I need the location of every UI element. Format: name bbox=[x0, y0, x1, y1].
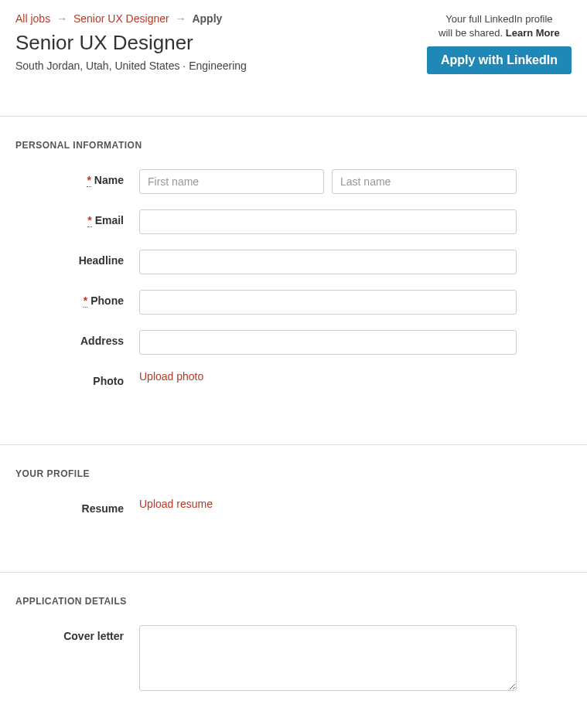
apply-linkedin-button[interactable]: Apply with LinkedIn bbox=[427, 46, 572, 74]
email-row: *Email bbox=[15, 209, 572, 234]
breadcrumb-current: Apply bbox=[192, 12, 222, 25]
breadcrumb-arrow-icon: → bbox=[176, 12, 186, 25]
breadcrumb-all-jobs[interactable]: All jobs bbox=[15, 12, 50, 25]
first-name-input[interactable] bbox=[139, 169, 324, 194]
phone-row: *Phone bbox=[15, 290, 572, 315]
name-row: *Name bbox=[15, 169, 572, 194]
linkedin-note-line1: Your full LinkedIn profile bbox=[445, 13, 552, 25]
header-container: All jobs → Senior UX Designer → Apply Se… bbox=[0, 0, 587, 97]
address-label: Address bbox=[15, 330, 139, 347]
photo-label: Photo bbox=[15, 370, 139, 387]
phone-input[interactable] bbox=[139, 290, 517, 315]
cover-letter-row: Cover letter bbox=[15, 625, 572, 691]
job-meta: South Jordan, Utah, United States · Engi… bbox=[15, 60, 247, 72]
headline-label: Headline bbox=[15, 250, 139, 267]
learn-more-link[interactable]: Learn More bbox=[506, 27, 560, 39]
last-name-input[interactable] bbox=[332, 169, 517, 194]
cover-letter-label: Cover letter bbox=[15, 625, 139, 642]
upload-photo-link[interactable]: Upload photo bbox=[139, 370, 203, 383]
application-details-section: APPLICATION DETAILS Cover letter bbox=[0, 573, 587, 728]
headline-row: Headline bbox=[15, 250, 572, 274]
address-row: Address bbox=[15, 330, 572, 355]
section-title-personal: PERSONAL INFORMATION bbox=[15, 140, 572, 151]
page-title: Senior UX Designer bbox=[15, 31, 247, 55]
header-left: All jobs → Senior UX Designer → Apply Se… bbox=[15, 12, 247, 72]
linkedin-note-line2: will be shared. bbox=[439, 27, 506, 39]
cover-letter-textarea[interactable] bbox=[139, 625, 517, 691]
photo-row: Photo Upload photo bbox=[15, 370, 572, 387]
required-marker: * bbox=[84, 294, 87, 308]
name-label: *Name bbox=[15, 169, 139, 186]
resume-row: Resume Upload resume bbox=[15, 498, 572, 515]
resume-label: Resume bbox=[15, 498, 139, 515]
email-input[interactable] bbox=[139, 209, 517, 234]
breadcrumb-job-link[interactable]: Senior UX Designer bbox=[73, 12, 169, 25]
required-marker: * bbox=[87, 214, 91, 227]
email-label: *Email bbox=[15, 209, 139, 226]
required-marker: * bbox=[87, 174, 90, 187]
personal-info-section: PERSONAL INFORMATION *Name *Email Headli… bbox=[0, 117, 587, 426]
upload-resume-link[interactable]: Upload resume bbox=[139, 498, 213, 510]
section-title-details: APPLICATION DETAILS bbox=[15, 596, 572, 607]
linkedin-box: Your full LinkedIn profile will be share… bbox=[427, 12, 572, 74]
phone-label: *Phone bbox=[15, 290, 139, 307]
headline-input[interactable] bbox=[139, 250, 517, 274]
address-input[interactable] bbox=[139, 330, 517, 355]
breadcrumb: All jobs → Senior UX Designer → Apply bbox=[15, 12, 247, 25]
section-title-profile: YOUR PROFILE bbox=[15, 468, 572, 479]
profile-section: YOUR PROFILE Resume Upload resume bbox=[0, 445, 587, 553]
breadcrumb-arrow-icon: → bbox=[56, 12, 67, 25]
